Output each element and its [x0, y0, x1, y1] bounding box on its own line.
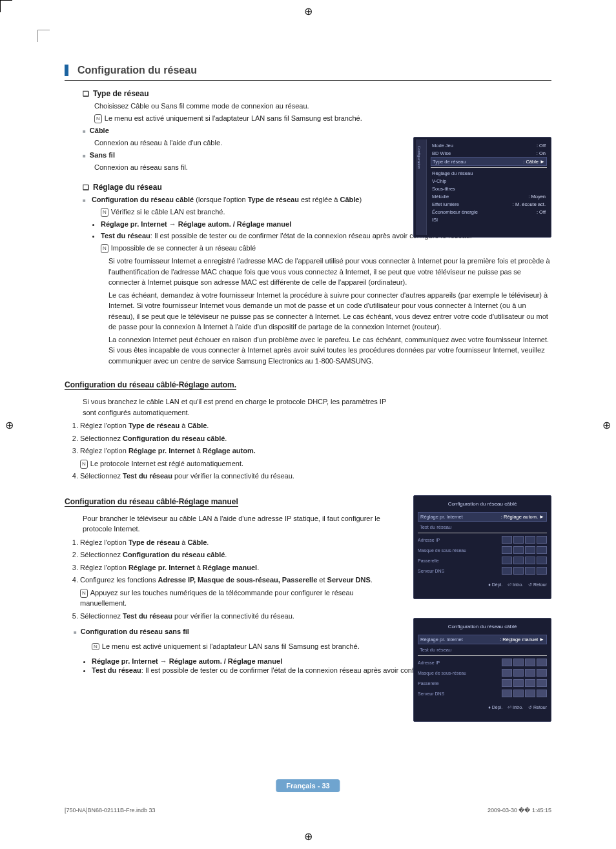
t: . — [225, 551, 227, 558]
osd-label: Masque de sous-réseau — [418, 671, 466, 675]
text: Réglage pr. Internet → Réglage autom. / … — [101, 220, 291, 228]
osd-label: Mélodie — [432, 194, 449, 199]
ip-cell — [513, 557, 524, 564]
t: pour vérifier la connectivité du réseau. — [172, 472, 294, 480]
osd-row: Test du réseau — [418, 646, 547, 654]
osd-label: Réglage pr. Internet — [420, 637, 463, 642]
t: Configuration du réseau câblé — [123, 435, 225, 442]
text: Câble — [340, 196, 360, 203]
text: Test du réseau — [92, 666, 141, 674]
osd-ip-fields: Adresse IPMasque de sous-réseauPasserell… — [418, 535, 547, 576]
osd-ip-row: Passerelle — [418, 678, 547, 688]
osd-selected-row: Réglage pr. Internet : Réglage manuel ► — [418, 635, 547, 644]
list-item: Sélectionnez Configuration du réseau câb… — [80, 549, 400, 560]
doc-timestamp: 2009-03-30 �� 1:45:15 — [488, 807, 551, 813]
osd-label: Sous-titres — [432, 186, 455, 192]
heading-type-reseau: Type de réseau — [93, 89, 149, 98]
ip-cell — [513, 679, 524, 687]
heading-cfg-sansfil: Configuration du réseau sans fil — [81, 628, 189, 635]
osd-rows: Mode Jeu: OffBD Wise: OnType de réseau: … — [431, 141, 547, 223]
t: Configuration du réseau câblé — [123, 551, 225, 558]
section-cfg-autom: Configuration du réseau câblé-Réglage au… — [65, 373, 551, 482]
ip-cell — [513, 546, 524, 554]
t: Réglez l'option — [80, 447, 128, 455]
t: et — [317, 576, 327, 584]
t: à — [195, 564, 203, 571]
arrow-right-icon: ► — [539, 637, 544, 642]
cfg-heading: Configuration du réseau câblé — [92, 196, 194, 203]
ip-cell — [513, 536, 524, 544]
osd-ip-row: Serveur DNS — [418, 688, 547, 699]
osd-title: Configuration du réseau câblé — [418, 500, 547, 511]
t: Réglage autom. — [203, 447, 256, 455]
note-text: Le menu est activé uniquement si l'adapt… — [102, 642, 360, 650]
t: Réglage pr. Internet — [128, 564, 195, 571]
t: Intro. — [513, 705, 523, 710]
section-title-bar: Configuration du réseau — [65, 65, 551, 81]
t: . — [371, 576, 373, 584]
ip-cell — [525, 679, 535, 687]
list-item: Réglez l'option Type de réseau à Câble. — [80, 420, 400, 431]
ip-cell — [537, 557, 547, 564]
osd-row: Mode Jeu: Off — [431, 141, 547, 149]
list-item: Réglez l'option Réglage pr. Internet à R… — [80, 445, 400, 469]
ip-cell — [513, 690, 524, 697]
note-text: Impossible de se connecter à un réseau c… — [111, 244, 256, 252]
t: Sélectionnez — [80, 551, 123, 558]
t: Réglez l'option — [80, 422, 128, 429]
section-title: Configuration du réseau — [77, 65, 197, 76]
osd-label: Masque de sous-réseau — [418, 548, 466, 553]
osd-ip-row: Masque de sous-réseau — [418, 545, 547, 555]
heading-cable: Câble — [90, 127, 109, 134]
t: Réglez l'option — [80, 564, 128, 571]
osd-cfg-manuel: Configuration du réseau câblé Réglage pr… — [413, 618, 551, 722]
ip-cells — [502, 669, 547, 677]
crop-mark-inner — [37, 30, 50, 42]
enter-icon: ⏎ — [508, 705, 511, 710]
osd-ip-row: Serveur DNS — [418, 566, 547, 576]
note-text: Le protocole Internet est réglé automati… — [90, 460, 243, 467]
arrow-right-icon: ► — [540, 159, 545, 165]
t: à — [180, 422, 187, 429]
paragraph: Le cas échéant, demandez à votre fournis… — [108, 290, 551, 332]
ip-cell — [502, 546, 512, 554]
osd-row: Type de réseau: Câble ► — [431, 157, 547, 166]
osd-row: V-Chip — [431, 177, 547, 185]
osd-row: Test du réseau — [418, 523, 547, 531]
reg-mark-left: ⊕ — [5, 418, 14, 431]
osd-cfg-autom: Configuration du réseau câblé Réglage pr… — [413, 495, 551, 599]
ip-cell — [502, 690, 512, 697]
osd-value: : Câble ► — [523, 159, 545, 165]
text: (lorsque l'option — [194, 196, 247, 203]
text: Test du réseau — [101, 232, 150, 240]
reg-mark-right: ⊕ — [602, 418, 611, 431]
t: Sélectionnez — [80, 435, 123, 442]
doc-filename: [750-NA]BN68-02111B-Fre.indb 33 — [65, 807, 156, 813]
list-item: Réglez l'option Réglage pr. Internet à R… — [80, 562, 400, 573]
ip-cell — [525, 659, 535, 666]
steps-list: Réglez l'option Type de réseau à Câble. … — [80, 420, 400, 482]
t: à — [180, 538, 187, 546]
heading-sansfil: Sans fil — [90, 151, 115, 159]
print-meta: [750-NA]BN68-02111B-Fre.indb 33 2009-03-… — [65, 807, 551, 813]
osd-label: Effet lumière — [432, 201, 459, 207]
osd-ip-row: Adresse IP — [418, 535, 547, 545]
osd-label: BD Wise — [432, 150, 451, 156]
return-icon: ↺ — [528, 705, 532, 710]
t: Adresse IP, Masque de sous-réseau, Passe… — [158, 576, 317, 584]
list-item: Configurez les fonctions Adresse IP, Mas… — [80, 575, 400, 609]
ip-cell — [537, 546, 547, 554]
ip-cell — [513, 669, 524, 677]
bullet-icon: ■ — [74, 629, 77, 635]
ip-cell — [502, 659, 512, 666]
osd-label: Économiseur énergie — [432, 209, 478, 215]
ip-cell — [513, 567, 524, 575]
page-footer-badge: Français - 33 — [276, 779, 340, 792]
ip-cell — [525, 567, 535, 575]
osd-label: V-Chip — [432, 178, 447, 184]
ip-cell — [537, 679, 547, 687]
osd-value: : Off — [537, 209, 546, 215]
ip-cell — [502, 536, 512, 544]
note-text: Le menu est activé uniquement si l'adapt… — [105, 114, 362, 122]
t: Configurez les fonctions — [80, 576, 158, 584]
